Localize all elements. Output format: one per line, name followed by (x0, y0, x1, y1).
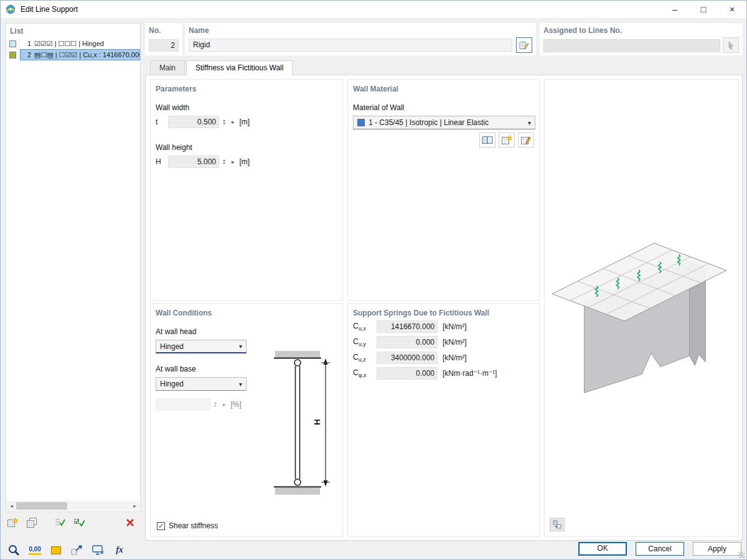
wall-width-input[interactable]: 0.500 (168, 116, 219, 128)
wall-height-unit: [m] (240, 157, 250, 166)
bottom-toolbar: 0,00 fx (6, 543, 133, 558)
ok-button[interactable]: OK (578, 542, 627, 556)
list-toolbar (6, 516, 141, 530)
scroll-left-icon[interactable]: ◂ (7, 503, 16, 509)
fx-icon: fx (116, 545, 123, 555)
delete-support-button[interactable] (123, 516, 137, 529)
list-item[interactable]: 1 ☑☑☑ | ☐☐☐ | Hinged (6, 38, 140, 49)
support-color-swatch (9, 52, 16, 58)
material-color-swatch (357, 119, 365, 126)
tab-main[interactable]: Main (150, 60, 185, 75)
select-assigned-button[interactable] (72, 516, 86, 529)
app-icon (6, 4, 16, 14)
cuy-value: 0.000 (377, 336, 438, 348)
select-cursor-icon (726, 41, 735, 50)
wall-conditions-header: Wall Conditions (156, 309, 337, 317)
list-item-description: ☑☑☑ | ☐☐☐ | Hinged (34, 40, 104, 48)
edit-tool-icon (521, 135, 532, 145)
cancel-button[interactable]: Cancel (636, 542, 684, 556)
resize-grip[interactable] (738, 552, 745, 558)
color-swatch-icon (51, 546, 61, 554)
support-color-swatch (9, 40, 16, 47)
wall-height-detail-arrow-icon[interactable]: ▸ (232, 159, 235, 165)
wall-height-label: Wall height (156, 143, 337, 152)
minimize-button[interactable]: – (660, 1, 689, 18)
assigned-lines-input (543, 39, 720, 52)
wall-width-spinner[interactable]: ▴ ▾ (221, 119, 227, 125)
tab-content: Parameters Wall width t 0.500 ▴ ▾ ▸ [m] … (145, 75, 743, 541)
assigned-panel: Assigned to Lines No. (540, 23, 743, 55)
decimal-places-button[interactable]: 0,00 (27, 543, 43, 558)
titlebar: Edit Line Support – □ × (1, 1, 746, 18)
diagram-height-label: H (312, 419, 322, 425)
wall-conditions-group: Wall Conditions At wall head Hinged ▾ At… (150, 303, 343, 537)
library-book-icon (482, 136, 493, 145)
cuz-unit: [kN/m²] (443, 353, 467, 362)
cphix-symbol: Cφ,x (353, 368, 377, 378)
zoom-settings-button[interactable] (6, 543, 22, 558)
spin-down-icon[interactable]: ▾ (221, 122, 227, 125)
wall-height-spinner[interactable]: ▴ ▾ (221, 159, 227, 165)
view-settings-button[interactable] (550, 518, 565, 531)
select-objects-button[interactable] (69, 543, 85, 558)
maximize-button[interactable]: □ (689, 1, 718, 18)
list-panel: List 1 ☑☑☑ | ☐☐☐ | Hinged 2 ▤☐▤ | ☐☑☑ | … (6, 23, 141, 512)
wall-head-dropdown[interactable]: Hinged ▾ (156, 340, 247, 353)
spin-down-icon: ▾ (212, 404, 218, 408)
at-wall-head-label: At wall head (156, 327, 337, 336)
add-support-button[interactable] (6, 516, 19, 529)
edit-name-button[interactable] (516, 37, 532, 53)
edit-material-button[interactable] (518, 133, 534, 147)
pencil-icon (519, 40, 529, 50)
wall-width-unit: [m] (240, 118, 250, 126)
wall-material-header: Wall Material (353, 85, 534, 93)
display-settings-button[interactable] (90, 543, 106, 558)
magnifier-icon (7, 544, 20, 556)
wall-height-symbol: H (156, 157, 168, 166)
copy-icon (27, 518, 37, 528)
shear-stiffness-label: Shear stiffness (169, 521, 218, 530)
chevron-down-icon: ▾ (239, 343, 242, 350)
new-material-button[interactable] (499, 133, 515, 147)
wall-width-symbol: t (156, 118, 168, 126)
cux-value: 1416670.000 (377, 320, 438, 333)
apply-button[interactable]: Apply (693, 542, 741, 556)
arrow-select-icon (71, 544, 83, 556)
shear-stiffness-row: ✓ Shear stiffness (157, 521, 218, 530)
chevron-down-icon: ▾ (528, 119, 531, 126)
shear-stiffness-checkbox[interactable]: ✓ (157, 522, 165, 530)
wall-height-input[interactable]: 5.000 (168, 156, 219, 168)
wall-base-dropdown[interactable]: Hinged ▾ (156, 377, 247, 391)
list-item-description: ▤☐▤ | ☐☑☑ | Cu,x : 1416670.000 k (34, 51, 140, 59)
spin-down-icon[interactable]: ▾ (221, 162, 227, 165)
spring-row-cux: Cu,x 1416670.000 [kN/m²] (353, 320, 534, 333)
cphix-value: 0.000 (377, 367, 438, 380)
pick-lines-button (723, 37, 739, 53)
cux-unit: [kN/m²] (443, 322, 467, 331)
list-item-selected[interactable]: 2 ▤☐▤ | ☐☑☑ | Cu,x : 1416670.000 k (6, 49, 140, 60)
tab-bar: Main Stiffness via Fictitious Wall (150, 60, 294, 75)
color-tool-button[interactable] (48, 543, 64, 558)
list-item-number: 2 (21, 51, 31, 58)
check-all-button[interactable] (53, 516, 67, 529)
close-button[interactable]: × (718, 1, 746, 18)
window-title: Edit Line Support (21, 5, 78, 14)
material-library-button[interactable] (479, 133, 496, 147)
name-input[interactable]: Rigid (189, 39, 512, 52)
material-dropdown[interactable]: 1 - C35/45 | Isotropic | Linear Elastic … (353, 116, 535, 129)
scroll-thumb[interactable] (16, 502, 67, 510)
list-header: List (6, 24, 140, 38)
copy-support-button[interactable] (25, 516, 39, 529)
cphix-unit: [kNm·rad⁻¹·m⁻¹] (443, 369, 497, 378)
spring-row-cuz: Cu,z 3400000.000 [kN/m²] (353, 352, 534, 364)
list-horizontal-scrollbar[interactable]: ◂ ▸ (7, 501, 139, 511)
wall-material-group: Wall Material Material of Wall 1 - C35/4… (347, 79, 540, 301)
formula-button[interactable]: fx (111, 543, 128, 558)
wall-width-detail-arrow-icon[interactable]: ▸ (232, 119, 235, 125)
scroll-track[interactable] (16, 501, 130, 511)
check-icon: ✓ (158, 523, 164, 530)
list-item-number: 1 (21, 40, 31, 47)
check-list-icon (55, 518, 65, 528)
tab-stiffness-via-fictitious-wall[interactable]: Stiffness via Fictitious Wall (186, 60, 293, 75)
scroll-right-icon[interactable]: ▸ (130, 503, 139, 509)
